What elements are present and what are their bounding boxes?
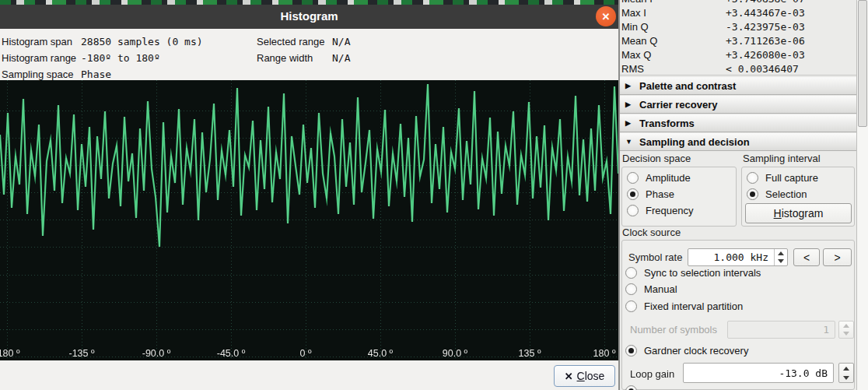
loop-gain-spinbox[interactable]: -13.0 dB	[683, 363, 834, 383]
measurement-row: Max Q+3.426080e-03	[621, 48, 855, 62]
section-label: Sampling and decision	[639, 136, 750, 148]
x-tick-label: -135 º	[68, 348, 94, 359]
scrollbar-handle[interactable]	[858, 0, 867, 127]
window-close-button[interactable]: ✕	[596, 6, 616, 26]
info-label: Histogram range	[2, 50, 81, 66]
x-tick-label: 45.0 º	[368, 348, 393, 359]
info-value: -180º to 180º	[81, 52, 160, 64]
section-transforms[interactable]: ▶ Transforms	[620, 114, 856, 132]
info-value: N/A	[332, 52, 350, 64]
number-of-symbols-spinbox: 1	[727, 321, 835, 339]
radio-phase[interactable]: Phase	[627, 188, 674, 200]
radio-fixed-interval-partition[interactable]: Fixed interval partition	[625, 300, 743, 312]
radio-icon[interactable]	[625, 385, 637, 390]
section-palette-and-contrast[interactable]: ▶ Palette and contrast	[620, 76, 856, 95]
x-tick-label: 135 º	[519, 348, 541, 359]
info-label: Histogram span	[2, 33, 81, 50]
radio-icon[interactable]	[627, 172, 639, 184]
radio-sync-to-selection-intervals[interactable]: Sync to selection intervals	[625, 267, 761, 279]
x-tick-label: 90.0 º	[443, 348, 467, 359]
symbol-rate-decrease-button[interactable]: <	[793, 248, 820, 266]
info-value: N/A	[332, 36, 350, 47]
radio-icon[interactable]	[747, 188, 758, 200]
section-carrier-recovery[interactable]: ▶ Carrier recovery	[620, 95, 856, 114]
inspector-sidebar: Mean I+3.740838e-07 Max I+3.443467e-03 M…	[618, 0, 868, 390]
measurement-row: Max I+3.443467e-03	[621, 6, 855, 20]
radio-icon[interactable]	[627, 205, 639, 216]
radio-icon[interactable]	[625, 300, 637, 312]
radio-icon[interactable]	[625, 283, 637, 295]
x-tick-label: -90.0 º	[142, 348, 171, 359]
dialog-titlebar[interactable]: Histogram ✕	[0, 5, 618, 29]
section-label: Carrier recovery	[639, 99, 717, 111]
loop-gain-value: -13.0 dB	[684, 364, 833, 382]
measurement-row: Mean I+3.740838e-07	[621, 0, 855, 6]
chevron-right-icon: ▶	[625, 82, 633, 90]
info-row: Histogram range-180º to 180º	[2, 50, 203, 66]
x-tick-label: 0 º	[300, 348, 312, 359]
info-row: Range widthN/A	[257, 50, 350, 66]
x-tick-label: -45.0 º	[217, 348, 246, 359]
symbol-rate-label: Symbol rate	[628, 251, 682, 263]
histogram-dialog: Histogram ✕ Histogram span28850 samples …	[0, 5, 618, 390]
section-label: Palette and contrast	[639, 80, 736, 92]
symbol-rate-value: 1.000 kHz	[688, 249, 774, 265]
radio-manual[interactable]: Manual	[625, 283, 677, 295]
spin-down-icon[interactable]	[839, 373, 853, 382]
histogram-info-panel: Histogram span28850 samples (0 ms) Histo…	[0, 29, 618, 80]
spin-up-icon	[839, 321, 853, 330]
close-button[interactable]: ✕ Close	[554, 365, 615, 387]
section-sampling-and-decision[interactable]: ▼ Sampling and decision	[620, 132, 856, 151]
close-x-icon: ✕	[602, 12, 611, 22]
info-label: Selected range	[257, 33, 332, 50]
radio-gardner-clock-recovery[interactable]: Gardner clock recovery	[625, 345, 748, 357]
histogram-plot-canvas	[0, 80, 618, 360]
close-button-label: Close	[577, 370, 605, 382]
radio-frequency[interactable]: Frequency	[627, 205, 693, 216]
sidebar-scrollbar[interactable]	[856, 0, 868, 390]
sampling-interval-label: Sampling interval	[743, 153, 821, 164]
dialog-title: Histogram	[0, 5, 618, 28]
measurement-row: Mean Q+3.711263e-06	[621, 34, 855, 48]
spin-arrows	[774, 249, 787, 265]
measurement-row: Min Q-3.423975e-03	[621, 20, 855, 34]
signal-measurements: Mean I+3.740838e-07 Max I+3.443467e-03 M…	[621, 0, 855, 76]
spin-up-icon[interactable]	[775, 249, 787, 258]
loop-gain-label: Loop gain	[630, 368, 674, 380]
x-tick-label: 180 º	[593, 348, 616, 359]
symbol-rate-spinbox[interactable]: 1.000 kHz	[688, 248, 788, 266]
radio-icon[interactable]	[627, 188, 639, 200]
spin-down-icon	[839, 330, 853, 339]
radio-icon[interactable]	[625, 345, 637, 357]
clock-source-label: Clock source	[622, 227, 681, 238]
chevron-down-icon: ▼	[625, 138, 633, 146]
radio-amplitude[interactable]: Amplitude	[627, 172, 691, 184]
number-of-symbols-value: 1	[728, 321, 835, 338]
number-of-symbols-spinner	[838, 321, 854, 339]
dialog-footer: ✕ Close	[0, 360, 618, 390]
number-of-symbols-label: Number of symbols	[630, 324, 717, 336]
info-value: 28850 samples (0 ms)	[81, 36, 203, 47]
histogram-button[interactable]: Histogram	[745, 203, 852, 223]
loop-gain-spinner[interactable]	[838, 363, 854, 383]
decision-space-label: Decision space	[622, 153, 691, 164]
radio-partial-cutoff[interactable]	[625, 385, 637, 390]
info-label: Range width	[257, 50, 332, 66]
radio-selection[interactable]: Selection	[747, 188, 807, 200]
radio-icon[interactable]	[625, 267, 637, 279]
divider	[620, 75, 856, 76]
chevron-right-icon: ▶	[625, 119, 633, 127]
radio-full-capture[interactable]: Full capture	[747, 172, 818, 184]
x-tick-label: -180 º	[0, 348, 20, 359]
radio-icon[interactable]	[747, 172, 758, 184]
info-row: Histogram span28850 samples (0 ms)	[2, 33, 203, 50]
histogram-plot-area: -180 º-135 º-90.0 º-45.0 º0 º45.0 º90.0 …	[0, 80, 618, 360]
section-label: Transforms	[639, 118, 695, 129]
info-value: Phase	[81, 69, 111, 80]
close-x-icon: ✕	[565, 371, 573, 382]
spin-down-icon[interactable]	[775, 258, 787, 266]
chevron-right-icon: ▶	[625, 100, 633, 108]
spin-up-icon[interactable]	[839, 364, 853, 373]
info-row: Selected rangeN/A	[257, 33, 350, 50]
symbol-rate-increase-button[interactable]: >	[823, 248, 852, 266]
